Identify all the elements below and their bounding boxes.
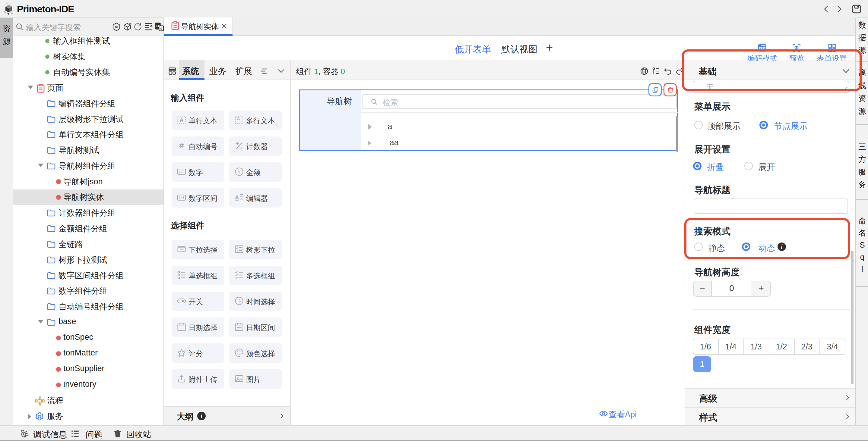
svg-text:¥: ¥ <box>238 169 241 174</box>
svg-text:文: 文 <box>159 27 163 31</box>
svg-text:AI: AI <box>115 25 118 29</box>
svg-text:123: 123 <box>179 170 185 174</box>
svg-text:A: A <box>180 117 184 123</box>
svg-text:A: A <box>235 194 239 201</box>
svg-text:A: A <box>237 116 240 121</box>
svg-text:#: # <box>179 141 184 150</box>
svg-text:1~3: 1~3 <box>179 196 184 199</box>
